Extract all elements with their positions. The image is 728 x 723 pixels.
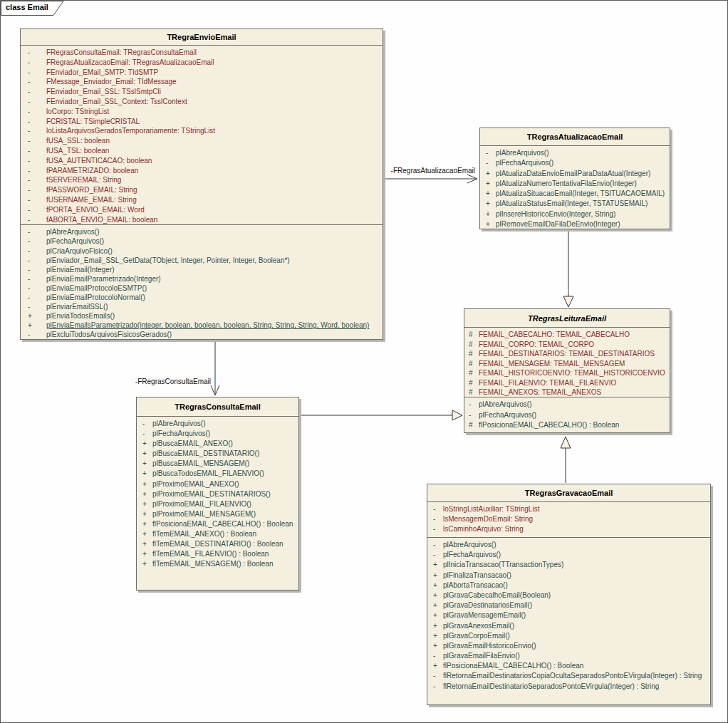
class-box-tregrasgravacaoemail[interactable]: TRegrasGravacaoEmail -loStringListAuxili… — [427, 484, 711, 705]
method-text: plAtualizaStatusEmail(Integer, TSTATUSEM… — [496, 199, 648, 209]
attribute-text: FEnviador_Email_SSL: TSslSmtpCli — [46, 87, 161, 97]
method-row: +flTemEMAIL_FILAENVIO() : Boolean — [137, 549, 298, 559]
visibility-marker: # — [469, 349, 473, 359]
method-text: plEnviador_Email_SSL_GetData(TObject, In… — [46, 256, 290, 265]
method-text: plCriaArquivoFisico() — [46, 246, 113, 256]
generalization-atualizacao-leitura[interactable] — [563, 230, 573, 307]
method-text: plGravaCabecalhoEmail(Boolean) — [443, 591, 551, 600]
attribute-text: FCRISTAL: TSimpleCRISTAL — [46, 117, 140, 127]
class-box-tregrasleituraemail[interactable]: TRegrasLeituraEmail #FEMAIL_CABECALHO: T… — [464, 308, 670, 433]
method-text: plEnviaEmailProtocoloESMTP() — [46, 284, 147, 293]
attribute-text: fUSA_SSL: boolean — [46, 136, 110, 146]
method-row: -plGravaEmailFilaEnvio() — [427, 651, 710, 661]
operations-compartment: -plAbreArquivos()-plFechaArquivos()#flPo… — [464, 397, 670, 432]
method-text: plBuscaEMAIL_ANEXO() — [152, 439, 233, 449]
visibility-marker: - — [28, 227, 30, 236]
attribute-row: -fSERVEREMAIL: String — [21, 175, 383, 185]
method-text: plIniciaTransacao(TTransactionTypes) — [443, 560, 563, 570]
method-text: plFechaArquivos() — [496, 158, 553, 168]
method-text: plEnviaTodosEmails() — [46, 311, 115, 321]
method-row: -flRetornaEmailDestinatariosCopiaOcultaS… — [427, 671, 710, 681]
attribute-text: fPORTA_ENVIO_EMAIL: Word — [46, 205, 145, 215]
attribute-row: -loStringListAuxiliar: TStringList — [427, 504, 710, 514]
method-row: +plGravaMensagemEmail() — [427, 610, 710, 620]
operations-compartment: -plAbreArquivos()-plFechaArquivos()-plCr… — [21, 224, 383, 339]
method-row: -plFechaArquivos() — [137, 429, 298, 439]
attribute-row: #FEMAIL_FILAENVIO: TEMAIL_FILAENVIO — [464, 378, 670, 388]
method-row: -plFechaArquivos() — [464, 410, 670, 421]
method-row: +plProximoEMAIL_ANEXO() — [137, 479, 298, 489]
attribute-row: -fUSA_SSL: boolean — [21, 136, 383, 146]
generalization-gravacao-leitura[interactable] — [561, 437, 571, 483]
visibility-marker: # — [469, 330, 473, 340]
method-row: -plAbreArquivos() — [480, 148, 670, 158]
visibility-marker: + — [486, 189, 490, 199]
method-row: +plAtualizaNumeroTentativaFilaEnvio(Inte… — [480, 179, 670, 189]
uml-class-diagram: -FRegrasAtualizacaoEmail -FRegrasConsult… — [0, 0, 728, 723]
method-row: +plAtualizaSituacaoEmail(Integer, TSITUA… — [480, 189, 670, 199]
method-row: +plProximoEMAIL_DESTINATARIOS() — [137, 489, 298, 499]
attribute-row: -FRegrasAtualizacaoEmail: TRegrasAtualiz… — [21, 58, 383, 68]
visibility-marker: # — [469, 368, 473, 378]
visibility-marker: - — [28, 48, 30, 58]
visibility-marker: - — [28, 205, 30, 215]
method-row: +plProximoEMAIL_MENSAGEM() — [137, 509, 298, 519]
visibility-marker: - — [28, 156, 30, 166]
attribute-text: FEMAIL_DESTINATARIOS: TEMAIL_DESTINATARI… — [479, 349, 655, 359]
visibility-marker: + — [142, 529, 147, 539]
attribute-text: fABORTA_ENVIO_EMAIL: boolean — [46, 215, 157, 225]
generalization-consulta-leitura[interactable] — [300, 410, 462, 420]
association-envio-atualizacao[interactable] — [384, 175, 477, 183]
visibility-marker: - — [28, 302, 30, 311]
class-box-tregrasconsultaemail[interactable]: TRegrasConsultaEmail -plAbreArquivos()-p… — [136, 397, 299, 591]
attribute-row: -FEnviador_EMail_SMTP: TIdSMTP — [21, 68, 383, 78]
visibility-marker: + — [142, 549, 147, 559]
attribute-row: -FEnviador_Email_SSL: TSslSmtpCli — [21, 87, 383, 97]
visibility-marker: + — [142, 499, 147, 509]
method-text: plProximoEMAIL_MENSAGEM() — [152, 509, 256, 519]
visibility-marker: - — [469, 410, 471, 421]
attribute-text: lsMensagemDoEmail: String — [443, 514, 533, 524]
visibility-marker: + — [142, 519, 147, 529]
visibility-marker: - — [28, 136, 30, 146]
visibility-marker: + — [142, 539, 147, 549]
visibility-marker: - — [28, 256, 30, 265]
attribute-text: fUSA_TSL: boolean — [46, 146, 109, 156]
association-envio-consulta[interactable] — [211, 340, 219, 395]
visibility-marker: - — [433, 514, 435, 524]
method-text: plEnviaEmail(Integer) — [46, 265, 115, 274]
class-box-tregrasatualizacaoemail[interactable]: TRegrasAtualizacaoEmail -plAbreArquivos(… — [479, 128, 670, 229]
method-row: +plBuscaTodosEMAIL_FILAENVIO() — [137, 469, 298, 479]
method-text: plGravaCorpoEmail() — [443, 631, 510, 641]
visibility-marker: + — [486, 219, 490, 229]
method-row: -plAbreArquivos() — [137, 419, 298, 429]
operations-compartment: -plAbreArquivos()-plFechaArquivos()+plBu… — [137, 416, 298, 590]
attribute-row: -fPORTA_ENVIO_EMAIL: Word — [21, 205, 383, 215]
visibility-marker: + — [433, 591, 437, 600]
method-text: plInsereHistoricoEnvio(Integer, String) — [496, 209, 615, 219]
method-row: -plAbreArquivos() — [21, 227, 383, 236]
class-title: TRegrasLeituraEmail — [464, 309, 670, 327]
attribute-text: FEMAIL_CORPO: TEMAIL_CORPO — [479, 340, 594, 350]
method-row: -plEnviador_Email_SSL_GetData(TObject, I… — [21, 256, 383, 265]
method-text: flTemEMAIL_ANEXO() : Boolean — [152, 529, 256, 539]
attribute-text: FMessage_Enviador_Email: TIdMessage — [46, 77, 177, 87]
method-text: plProximoEMAIL_DESTINATARIOS() — [152, 489, 271, 499]
visibility-marker: - — [28, 107, 30, 117]
visibility-marker: - — [142, 419, 145, 429]
visibility-marker: + — [28, 321, 32, 330]
attribute-row: -loListaArquivosGeradosTemporariamente: … — [21, 126, 383, 136]
method-text: plFechaArquivos() — [479, 410, 536, 421]
method-row: +plProximoEMAIL_FILAENVIO() — [137, 499, 298, 509]
method-text: plEnviaEmailsParametrizado(integer, bool… — [46, 321, 369, 330]
visibility-marker: - — [486, 158, 488, 168]
attribute-text: FEnviador_EMail_SMTP: TIdSMTP — [46, 68, 158, 78]
visibility-marker: - — [433, 524, 435, 534]
class-box-tregraenvioemail[interactable]: TRegraEnvioEmail -FRegrasConsultaEmail: … — [20, 28, 383, 340]
visibility-marker: + — [486, 179, 490, 189]
method-text: plRemoveEmailDaFilaDeEnvio(Integer) — [496, 219, 620, 229]
attribute-row: -lsMensagemDoEmail: String — [427, 514, 710, 524]
visibility-marker: + — [486, 199, 490, 209]
frame-tab: class Email — [1, 1, 72, 16]
method-text: flTemEMAIL_DESTINATARIO() : Boolean — [152, 539, 284, 549]
